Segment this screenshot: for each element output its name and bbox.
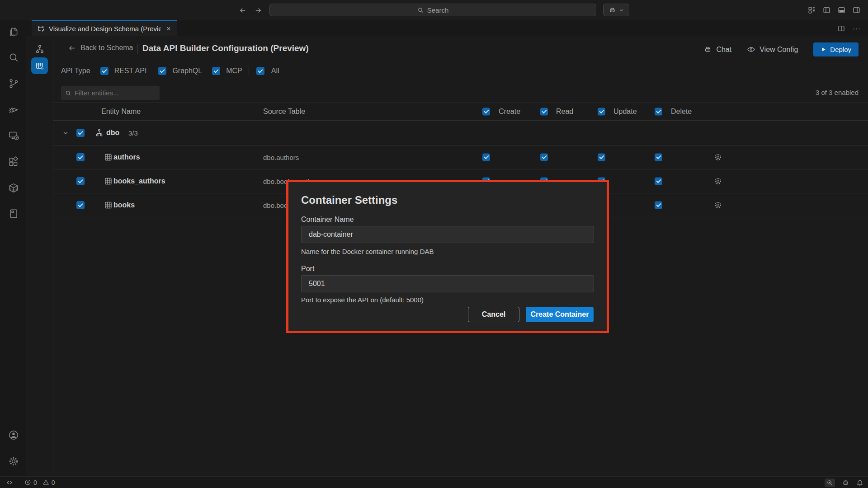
warning-icon [42, 479, 49, 486]
enabled-count-text: 3 of 3 enabled [816, 89, 859, 96]
read-checkbox[interactable] [540, 154, 548, 161]
toggle-panel-right-icon[interactable] [852, 6, 861, 14]
column-read: Read [556, 108, 573, 116]
rest-api-label: REST API [114, 67, 147, 75]
view-config-button[interactable]: View Config [747, 45, 798, 54]
toggle-panel-left-icon[interactable] [822, 6, 831, 14]
zoom-indicator-icon[interactable] [825, 479, 835, 487]
collapse-chevron-icon[interactable] [62, 130, 69, 136]
copilot-icon [609, 6, 616, 14]
filter-entities-input[interactable] [75, 89, 156, 97]
table-grid-icon [104, 201, 113, 210]
schema-view-icon[interactable] [34, 44, 45, 55]
nav-forward-icon[interactable] [254, 6, 262, 14]
filter-entities-field[interactable] [61, 86, 160, 100]
remote-explorer-icon[interactable] [8, 130, 19, 141]
mcp-label: MCP [226, 67, 242, 75]
extensions-icon[interactable] [8, 156, 19, 168]
editor-tab-bar: Visualize and Design Schema (Preview) - … [26, 20, 868, 36]
container-name-help: Name for the Docker container running DA… [301, 248, 434, 255]
toggle-panel-bottom-icon[interactable] [837, 6, 846, 14]
delete-checkbox[interactable] [655, 202, 662, 209]
error-icon [24, 479, 31, 486]
search-placeholder: Search [427, 6, 449, 14]
tab-close-icon[interactable]: × [165, 24, 173, 33]
delete-checkbox[interactable] [655, 178, 662, 185]
schema-group-row[interactable]: dbo 3/3 [53, 121, 868, 145]
problems-indicator[interactable]: 0 0 [24, 479, 55, 486]
chat-button[interactable]: Chat [703, 45, 731, 54]
mcp-checkbox[interactable] [212, 67, 220, 75]
table-header-row: Entity Name Source Table Create Read Upd… [53, 103, 868, 121]
graphql-checkbox[interactable] [158, 67, 166, 75]
filter-divider [249, 66, 249, 76]
port-input[interactable] [301, 275, 594, 292]
create-all-checkbox[interactable] [482, 108, 490, 116]
schema-designer-tab-icon [37, 25, 45, 33]
group-name: dbo [106, 129, 119, 137]
group-checkbox[interactable] [76, 129, 85, 137]
graphql-label: GraphQL [172, 67, 202, 75]
dialog-title: Container Settings [301, 194, 397, 206]
back-to-schema-link[interactable]: Back to Schema [68, 44, 133, 52]
search-sidebar-icon[interactable] [8, 52, 19, 63]
warning-count: 0 [52, 479, 55, 486]
customize-layout-icon[interactable] [807, 6, 816, 14]
editor-more-actions-icon[interactable]: ··· [853, 24, 861, 32]
dab-config-view-button[interactable] [31, 57, 48, 74]
tab-visualize-design-schema[interactable]: Visualize and Design Schema (Preview) - … [32, 20, 177, 36]
row-checkbox[interactable] [76, 177, 85, 185]
explorer-icon[interactable] [8, 26, 19, 38]
notifications-bell-icon[interactable] [856, 479, 863, 486]
play-icon [821, 47, 826, 52]
delete-checkbox[interactable] [655, 154, 662, 161]
search-icon [417, 7, 424, 14]
column-delete: Delete [671, 108, 692, 116]
settings-gear-icon[interactable] [8, 455, 19, 467]
row-settings-gear-icon[interactable] [713, 153, 722, 162]
rest-api-checkbox[interactable] [100, 67, 108, 75]
row-checkbox[interactable] [76, 153, 85, 161]
create-container-button[interactable]: Create Container [526, 307, 594, 322]
page-header: Back to Schema Data API Builder Configur… [53, 36, 868, 61]
deploy-button[interactable]: Deploy [813, 42, 859, 56]
update-all-checkbox[interactable] [598, 108, 605, 116]
notebook-icon[interactable] [8, 208, 19, 220]
all-checkbox[interactable] [256, 67, 264, 75]
nav-back-icon[interactable] [239, 6, 247, 14]
row-checkbox[interactable] [76, 201, 85, 209]
app-window: Search Visualize and Design Schema (Prev… [0, 0, 868, 488]
delete-all-checkbox[interactable] [655, 108, 662, 116]
remote-indicator-icon[interactable] [6, 479, 13, 486]
copilot-menu-button[interactable] [603, 4, 629, 16]
column-create: Create [499, 108, 520, 116]
activity-bar [0, 20, 26, 476]
page-title: Data API Builder Configuration (Preview) [142, 43, 309, 53]
schema-group-icon [94, 128, 104, 138]
copilot-status-icon[interactable] [842, 479, 849, 487]
status-bar: 0 0 [0, 476, 868, 488]
read-all-checkbox[interactable] [540, 108, 548, 116]
container-settings-dialog: Container Settings Container Name Name f… [286, 180, 609, 333]
container-name-input[interactable] [301, 226, 594, 243]
row-settings-gear-icon[interactable] [713, 201, 722, 210]
create-checkbox[interactable] [482, 154, 490, 161]
all-label: All [271, 67, 279, 75]
column-source-table: Source Table [263, 108, 305, 116]
arrow-left-icon [68, 44, 76, 52]
run-debug-icon[interactable] [8, 104, 19, 116]
global-search-input[interactable]: Search [269, 4, 596, 16]
container-registry-icon[interactable] [8, 182, 19, 194]
table-grid-icon [104, 153, 113, 162]
column-entity-name: Entity Name [101, 108, 141, 116]
source-control-icon[interactable] [8, 78, 19, 89]
cancel-button[interactable]: Cancel [468, 307, 519, 322]
table-grid-icon [104, 177, 113, 186]
chevron-down-icon [619, 8, 624, 13]
table-row-authors[interactable]: authors dbo.authors [53, 145, 868, 169]
update-checkbox[interactable] [598, 154, 605, 161]
accounts-icon[interactable] [8, 429, 19, 441]
column-update: Update [613, 108, 637, 116]
row-settings-gear-icon[interactable] [713, 177, 722, 186]
split-editor-icon[interactable] [837, 24, 845, 33]
